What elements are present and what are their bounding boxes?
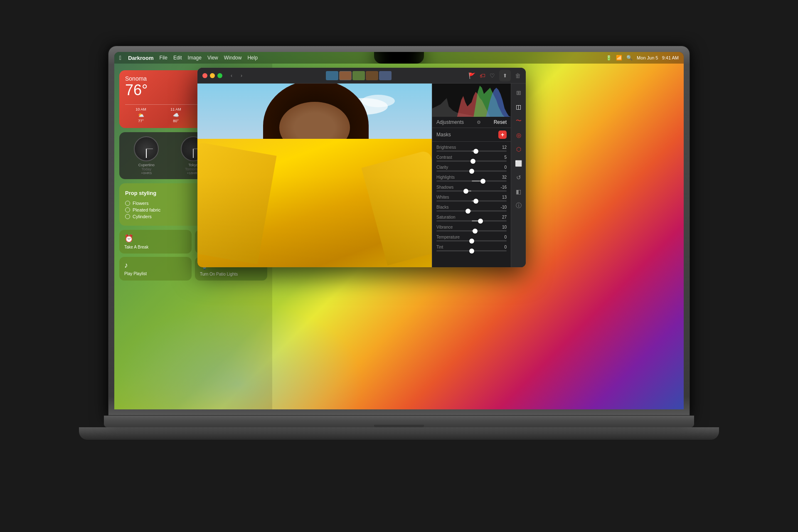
info-icon[interactable]: ⓘ	[513, 200, 525, 212]
slider-thumb-brightness[interactable]	[473, 149, 478, 154]
slider-value-whites: 13	[502, 195, 507, 200]
slider-track-clarity[interactable]	[436, 170, 507, 172]
screen-bezel:  Darkroom File Edit Image View Window H…	[114, 52, 684, 409]
menu-view[interactable]: View	[207, 55, 218, 61]
slider-thumb-saturation[interactable]	[478, 219, 483, 224]
traffic-lights	[202, 73, 222, 78]
thumbnail-5[interactable]	[379, 71, 392, 80]
slider-value-shadows: -16	[501, 185, 507, 190]
grid-icon[interactable]: ⊞	[513, 87, 525, 99]
histogram-chart	[432, 84, 511, 117]
toolbar-right: 🚩 🏷 ♡ ⬆ 🗑	[468, 70, 521, 81]
slider-track-tint[interactable]	[436, 250, 507, 251]
weather-hour-1: 10 AM ⛅ 77°	[125, 107, 157, 123]
menu-window[interactable]: Window	[224, 55, 242, 61]
adjustments-header: Adjustments ⚙ Reset	[432, 117, 511, 128]
share-button[interactable]: ⬆	[499, 70, 511, 81]
slider-label-highlights: Highlights	[436, 175, 455, 180]
slider-track-temperature[interactable]	[436, 240, 507, 241]
slider-track-saturation[interactable]	[436, 220, 507, 222]
thumbnail-2[interactable]	[339, 71, 352, 80]
slider-thumb-vibrance[interactable]	[473, 229, 478, 234]
slider-value-blacks: -10	[501, 205, 507, 209]
photo-strip	[326, 71, 392, 80]
window-content: Adjustments ⚙ Reset Masks + Br	[197, 84, 526, 267]
slider-value-tint: 0	[504, 245, 507, 249]
slider-value-highlights: 32	[502, 175, 507, 180]
slider-label-blacks: Blacks	[436, 205, 448, 209]
nav-back-button[interactable]: ‹	[227, 71, 236, 80]
slider-track-vibrance[interactable]	[436, 230, 507, 232]
crop-icon[interactable]: ⬜	[513, 158, 525, 169]
menu-image[interactable]: Image	[188, 55, 202, 61]
shortcut-break[interactable]: ⏰ Take A Break	[119, 230, 192, 254]
slider-track-brightness[interactable]	[436, 150, 507, 152]
photo-canvas	[197, 84, 432, 267]
thumbnail-1[interactable]	[326, 71, 338, 80]
slider-thumb-highlights[interactable]	[480, 179, 485, 184]
masks-label: Masks	[436, 132, 451, 138]
slider-row-temperature: Temperature0	[432, 233, 511, 243]
slider-label-saturation: Saturation	[436, 215, 456, 219]
menu-help[interactable]: Help	[247, 55, 258, 61]
slider-track-blacks[interactable]	[436, 210, 507, 212]
menu-edit[interactable]: Edit	[173, 55, 182, 61]
history-icon[interactable]: ↺	[513, 172, 525, 183]
slider-thumb-tint[interactable]	[469, 249, 474, 254]
macbook-lid:  Darkroom File Edit Image View Window H…	[108, 46, 690, 416]
slider-value-contrast: 5	[504, 155, 507, 160]
slider-thumb-clarity[interactable]	[469, 169, 474, 174]
slider-thumb-shadows[interactable]	[463, 189, 468, 194]
slider-thumb-contrast[interactable]	[470, 159, 475, 164]
reset-button[interactable]: Reset	[494, 119, 507, 125]
slider-track-shadows[interactable]	[436, 190, 507, 192]
menubar-left:  Darkroom File Edit Image View Window H…	[119, 54, 258, 61]
search-icon[interactable]: 🔍	[626, 55, 633, 61]
slider-thumb-temperature[interactable]	[469, 239, 474, 244]
window-titlebar: ‹ › �	[197, 68, 526, 84]
compare-icon[interactable]: ◧	[513, 186, 525, 197]
slider-label-contrast: Contrast	[436, 155, 452, 160]
slider-track-whites[interactable]	[436, 200, 507, 202]
trackpad-notch	[374, 425, 424, 427]
tag-icon[interactable]: 🏷	[480, 72, 485, 79]
masks-add-button[interactable]: +	[498, 131, 507, 139]
slider-label-brightness: Brightness	[436, 145, 456, 150]
settings-icon[interactable]: ⚙	[477, 120, 481, 125]
date-time: Mon Jun 5 9:41 AM	[637, 55, 679, 60]
reminder-checkbox-2[interactable]	[125, 207, 130, 212]
thumbnail-3[interactable]	[352, 71, 365, 80]
menubar-right: 🔋 📶 🔍 Mon Jun 5 9:41 AM	[606, 55, 679, 61]
menubar:  Darkroom File Edit Image View Window H…	[114, 52, 684, 64]
darkroom-window: ‹ › �	[197, 68, 526, 267]
thumbnail-4[interactable]	[366, 71, 378, 80]
flag-icon[interactable]: 🚩	[468, 72, 475, 79]
delete-icon[interactable]: 🗑	[515, 72, 521, 79]
slider-thumb-blacks[interactable]	[466, 209, 470, 214]
reminder-checkbox-1[interactable]	[125, 201, 130, 206]
heart-icon[interactable]: ♡	[490, 72, 495, 79]
shortcut-playlist[interactable]: ♪ Play Playlist	[119, 257, 192, 281]
slider-row-blacks: Blacks-10	[432, 203, 511, 213]
slider-value-clarity: 0	[504, 165, 507, 170]
slider-value-brightness: 12	[502, 145, 507, 150]
reminder-checkbox-3[interactable]	[125, 214, 130, 219]
photo-display-area	[197, 84, 432, 267]
menu-file[interactable]: File	[160, 55, 167, 61]
macbook-bottom-base	[79, 427, 719, 440]
slider-track-highlights[interactable]	[436, 180, 507, 182]
slider-label-whites: Whites	[436, 195, 449, 200]
maximize-button[interactable]	[217, 73, 222, 78]
shortcut-break-label: Take A Break	[124, 245, 187, 249]
clock-cupertino: Cupertino Today +0HRS	[125, 136, 168, 175]
selective-icon[interactable]: ◎	[513, 129, 525, 141]
slider-track-contrast[interactable]	[436, 160, 507, 162]
adjustments-icon[interactable]: ◫	[513, 101, 525, 113]
color-icon[interactable]: ⬡	[513, 143, 525, 155]
slider-thumb-whites[interactable]	[473, 199, 478, 204]
shortcut-playlist-label: Play Playlist	[124, 271, 187, 276]
curves-icon[interactable]: 〜	[513, 115, 525, 127]
minimize-button[interactable]	[210, 73, 215, 78]
close-button[interactable]	[202, 73, 207, 78]
nav-forward-button[interactable]: ›	[237, 71, 246, 80]
